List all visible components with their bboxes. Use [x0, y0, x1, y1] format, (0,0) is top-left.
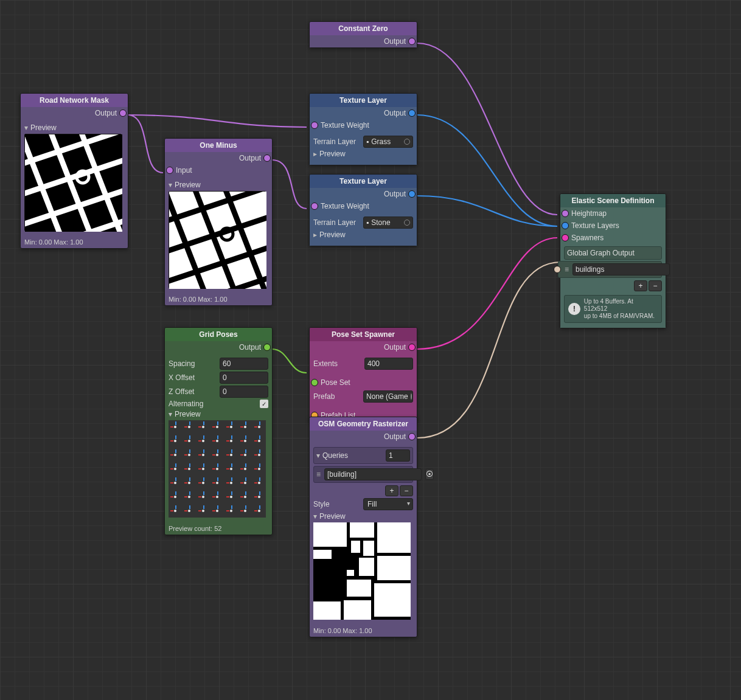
alternating-checkbox[interactable]: ✓	[260, 400, 268, 408]
buildings-input[interactable]	[572, 263, 670, 275]
global-graph-output-header: Global Graph Output	[564, 246, 662, 260]
foldout-icon[interactable]: ▾	[169, 181, 172, 189]
query-remove-button[interactable]: −	[400, 485, 413, 496]
zoffset-input[interactable]	[220, 386, 268, 398]
node-one-minus[interactable]: One Minus Output Input ▾Preview	[164, 138, 273, 306]
style-label: Style	[313, 500, 330, 508]
query-add-button[interactable]: +	[385, 485, 398, 496]
prefab-label: Prefab	[313, 392, 335, 401]
buildings-port[interactable]	[554, 266, 561, 273]
preview-image	[169, 191, 266, 288]
preview-minmax: Min: 0.00 Max: 1.00	[310, 625, 417, 637]
output-port[interactable]	[408, 109, 416, 117]
node-osm-geometry-rasterizer[interactable]: OSM Geometry Rasterizer Output ▾Queries …	[309, 417, 417, 637]
output-label: Output	[384, 190, 406, 198]
texture-layers-port[interactable]	[562, 222, 569, 229]
heightmap-port[interactable]	[562, 210, 569, 217]
spacing-input[interactable]	[220, 358, 268, 370]
spawners-port[interactable]	[562, 234, 569, 241]
output-port[interactable]	[408, 344, 416, 351]
xoffset-input[interactable]	[220, 372, 268, 384]
node-title[interactable]: Constant Zero	[310, 22, 417, 35]
output-port[interactable]	[263, 154, 271, 162]
node-title[interactable]: Road Network Mask	[21, 94, 128, 107]
texture-weight-port[interactable]	[311, 122, 318, 129]
output-port[interactable]	[408, 190, 416, 198]
spawners-label: Spawners	[571, 234, 604, 242]
extents-input[interactable]	[364, 358, 413, 370]
pose-set-port[interactable]	[311, 379, 318, 386]
input-port[interactable]	[166, 167, 173, 174]
terrain-layer-field[interactable]: ▪ Stone	[363, 217, 413, 229]
preview-label: Preview	[30, 123, 57, 132]
preview-image	[169, 420, 266, 518]
input-label: Input	[176, 166, 192, 175]
node-texture-layer-stone[interactable]: Texture Layer Output Texture Weight Terr…	[309, 174, 417, 246]
style-select[interactable]: Fill	[363, 498, 413, 510]
drag-handle-icon[interactable]: ≡	[565, 265, 569, 274]
preview-image	[24, 134, 122, 231]
node-title[interactable]: One Minus	[165, 139, 272, 152]
preview-label: Preview	[319, 230, 346, 239]
preview-label: Preview	[175, 181, 201, 189]
node-title[interactable]: Grid Poses	[165, 328, 272, 341]
alternating-label: Alternating	[169, 400, 203, 408]
output-port[interactable]	[263, 344, 271, 351]
output-port[interactable]	[408, 433, 416, 440]
node-road-network-mask[interactable]: Road Network Mask Output ▾Preview	[20, 93, 128, 249]
spacing-label: Spacing	[169, 359, 195, 368]
xoffset-label: X Offset	[169, 373, 195, 382]
output-label: Output	[384, 37, 406, 46]
node-texture-layer-grass[interactable]: Texture Layer Output Texture Weight Terr…	[309, 93, 417, 165]
queries-label: Queries	[322, 451, 348, 460]
heightmap-label: Heightmap	[571, 209, 607, 218]
node-title[interactable]: Pose Set Spawner	[310, 328, 417, 341]
output-port[interactable]	[408, 38, 416, 45]
output-port[interactable]	[119, 109, 127, 117]
pose-set-label: Pose Set	[321, 378, 350, 387]
queries-count-input[interactable]	[386, 449, 410, 462]
foldout-icon[interactable]: ▾	[313, 512, 317, 521]
remove-button[interactable]: −	[649, 280, 662, 291]
output-label: Output	[384, 109, 406, 117]
info-banner: ! Up to 4 Buffers. At 512x512up to 4MB o…	[564, 295, 662, 323]
foldout-icon[interactable]: ▾	[169, 410, 172, 418]
query-link-button[interactable]: ⦿	[425, 469, 434, 480]
foldout-icon[interactable]: ▸	[313, 150, 317, 158]
object-picker-icon[interactable]	[404, 220, 410, 226]
node-title[interactable]: Texture Layer	[310, 94, 417, 107]
foldout-icon[interactable]: ▾	[24, 123, 28, 132]
terrain-layer-label: Terrain Layer	[313, 218, 356, 227]
texture-weight-port[interactable]	[311, 203, 318, 210]
output-label: Output	[239, 343, 261, 352]
preview-minmax: Min: 0.00 Max: 1.00	[21, 236, 128, 248]
object-picker-icon[interactable]	[404, 139, 410, 145]
terrain-layer-field[interactable]: ▪ Grass	[363, 136, 413, 148]
prefab-field[interactable]: None (Game	[363, 390, 413, 403]
node-title[interactable]: Elastic Scene Definition	[560, 194, 666, 207]
extents-label: Extents	[313, 359, 338, 368]
object-picker-icon[interactable]	[411, 393, 412, 400]
output-label: Output	[384, 343, 406, 352]
preview-label: Preview	[319, 512, 346, 521]
node-pose-set-spawner[interactable]: Pose Set Spawner Output Extents Pose Set…	[309, 327, 417, 422]
node-constant-zero[interactable]: Constant Zero Output	[309, 21, 417, 48]
texture-layers-label: Texture Layers	[571, 221, 619, 230]
node-elastic-scene-definition[interactable]: Elastic Scene Definition Heightmap Textu…	[560, 193, 666, 328]
node-title[interactable]: Texture Layer	[310, 175, 417, 188]
preview-minmax: Min: 0.00 Max: 1.00	[165, 293, 272, 305]
terrain-layer-label: Terrain Layer	[313, 137, 356, 146]
drag-handle-icon[interactable]: ≡	[316, 470, 321, 479]
queries-foldout-icon[interactable]: ▾	[316, 451, 320, 460]
add-button[interactable]: +	[634, 280, 647, 291]
preview-label: Preview	[319, 150, 346, 158]
output-label: Output	[95, 109, 117, 117]
texture-weight-label: Texture Weight	[321, 121, 369, 130]
foldout-icon[interactable]: ▸	[313, 230, 317, 239]
info-icon: !	[568, 303, 580, 315]
zoffset-label: Z Offset	[169, 387, 194, 396]
node-grid-poses[interactable]: Grid Poses Output Spacing X Offset Z Off…	[164, 327, 273, 535]
query-item-input[interactable]	[324, 468, 422, 480]
preview-count: Preview count: 52	[165, 522, 272, 535]
node-title[interactable]: OSM Geometry Rasterizer	[310, 417, 417, 431]
